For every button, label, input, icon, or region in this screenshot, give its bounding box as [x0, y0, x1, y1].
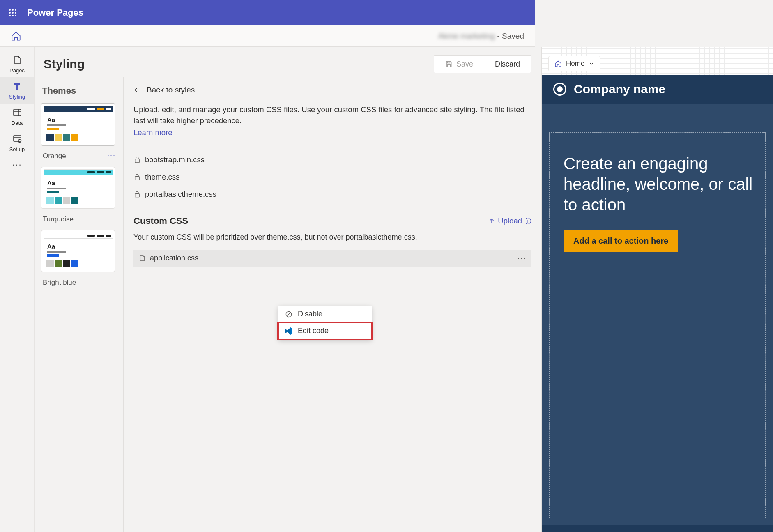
lock-icon	[133, 173, 141, 181]
svg-rect-9	[16, 87, 18, 90]
svg-point-2	[15, 9, 16, 11]
learn-more-link[interactable]: Learn more	[133, 128, 173, 137]
css-description: Upload, edit, and manage your custom CSS…	[133, 104, 531, 127]
upload-button[interactable]: Upload i	[488, 216, 531, 226]
rail-more-icon[interactable]: ···	[12, 159, 22, 170]
file-icon	[138, 254, 146, 262]
context-menu: Disable Edit code	[278, 306, 372, 339]
svg-rect-11	[14, 136, 21, 141]
svg-point-5	[15, 12, 16, 14]
custom-file-name: application.css	[150, 254, 198, 263]
custom-css-header: Custom CSS Upload i	[133, 216, 531, 226]
theme-thumb: Aa	[44, 233, 113, 269]
theme-row: Turquoise	[41, 213, 120, 230]
svg-rect-15	[135, 193, 140, 197]
svg-point-1	[12, 9, 14, 11]
svg-point-8	[15, 15, 16, 16]
rail-item-pages[interactable]: Pages	[0, 51, 34, 77]
theme-card-brightblue[interactable]: Aa	[41, 230, 115, 272]
theme-card-turquoise[interactable]: Aa	[41, 167, 115, 209]
svg-point-7	[12, 15, 14, 16]
divider: Custom CSS Upload i Your custom CSS will…	[133, 207, 531, 267]
rail-label: Styling	[9, 94, 25, 100]
svg-point-6	[9, 15, 11, 16]
styling-actions: Save Discard	[434, 55, 531, 73]
app-launcher-icon[interactable]	[6, 6, 20, 20]
css-file-item[interactable]: portalbasictheme.css	[133, 186, 531, 203]
theme-label: Orange	[42, 150, 66, 161]
theme-label: Turquoise	[42, 213, 74, 224]
home-icon[interactable]	[11, 31, 21, 41]
theme-thumb: Aa	[44, 106, 113, 143]
theme-row: Orange ···	[41, 150, 120, 167]
rail-label: Pages	[9, 67, 25, 74]
discard-button[interactable]: Discard	[484, 56, 531, 73]
page-title: Styling	[44, 57, 85, 71]
themes-column[interactable]: Themes Aa	[35, 77, 123, 368]
custom-css-desc: Your custom CSS will be prioritized over…	[133, 232, 531, 242]
svg-point-0	[9, 9, 11, 11]
custom-css-title: Custom CSS	[133, 216, 188, 226]
app-bar: Power Pages	[0, 0, 535, 25]
save-label: Save	[456, 60, 473, 69]
file-name: theme.css	[145, 173, 179, 182]
upload-icon	[488, 217, 495, 225]
left-rail: Pages Styling Data Set up ···	[0, 47, 35, 368]
theme-card-orange[interactable]: Aa	[41, 104, 115, 145]
app-title: Power Pages	[27, 7, 83, 18]
theme-thumb: Aa	[44, 169, 113, 206]
rail-item-styling[interactable]: Styling	[0, 77, 34, 104]
lock-icon	[133, 191, 141, 198]
site-status: Akme marketing - Saved	[438, 32, 524, 41]
discard-label: Discard	[495, 60, 520, 69]
disable-icon	[285, 310, 293, 318]
info-icon[interactable]: i	[525, 218, 531, 224]
vscode-icon	[285, 327, 293, 335]
lock-icon	[133, 156, 141, 164]
styling-header: Styling Save Discard	[35, 47, 535, 77]
svg-point-4	[12, 12, 14, 14]
rail-label: Set up	[9, 146, 25, 152]
svg-rect-10	[14, 109, 21, 116]
secondary-bar: Akme marketing - Saved	[0, 25, 535, 47]
save-status: - Saved	[497, 32, 524, 41]
back-to-styles[interactable]: Back to styles	[133, 85, 531, 94]
ctx-disable[interactable]: Disable	[278, 306, 372, 322]
ctx-edit-label: Edit code	[298, 327, 329, 335]
custom-css-file[interactable]: application.css ···	[133, 250, 531, 267]
save-button[interactable]: Save	[434, 56, 484, 73]
rail-item-data[interactable]: Data	[0, 104, 34, 130]
upload-label: Upload	[498, 216, 522, 226]
css-file-item[interactable]: theme.css	[133, 168, 531, 186]
svg-rect-13	[135, 159, 140, 162]
ctx-disable-label: Disable	[298, 310, 322, 318]
svg-rect-14	[135, 176, 140, 180]
file-name: portalbasictheme.css	[145, 190, 216, 199]
back-label: Back to styles	[147, 85, 195, 94]
file-more-icon[interactable]: ···	[518, 254, 526, 263]
svg-point-3	[9, 12, 11, 14]
ctx-edit-code[interactable]: Edit code	[278, 322, 372, 339]
rail-label: Data	[12, 120, 23, 126]
theme-more-icon[interactable]: ···	[106, 150, 117, 161]
themes-heading: Themes	[41, 82, 120, 104]
theme-label: Bright blue	[42, 276, 76, 288]
site-name: Akme marketing	[438, 32, 495, 41]
theme-row: Bright blue	[41, 276, 120, 293]
rail-item-setup[interactable]: Set up	[0, 130, 34, 156]
css-file-item[interactable]: bootstrap.min.css	[133, 151, 531, 168]
theme-css-list: bootstrap.min.css theme.css portalbasict…	[133, 151, 531, 203]
action-button-group: Save Discard	[434, 55, 531, 73]
file-name: bootstrap.min.css	[145, 155, 205, 164]
